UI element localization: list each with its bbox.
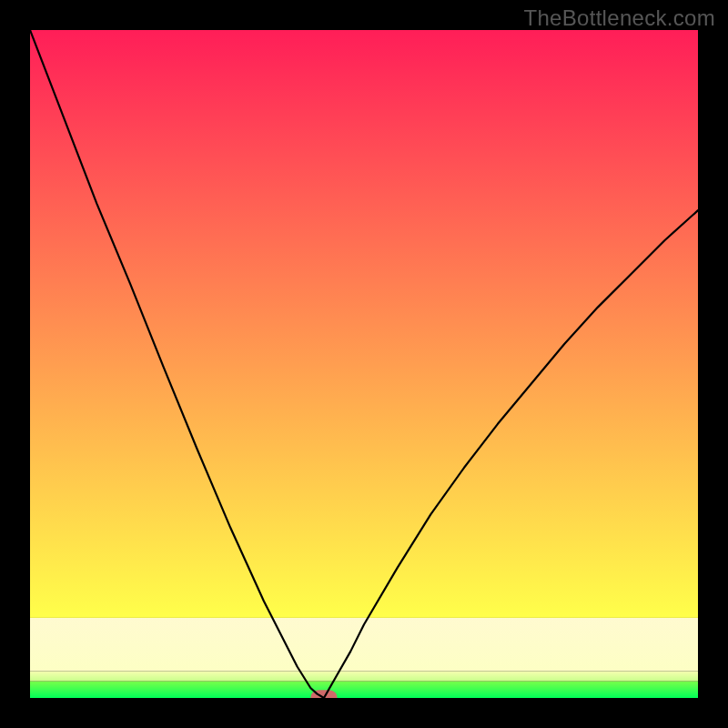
green-band (30, 682, 698, 698)
chart-frame: TheBottleneck.com (0, 0, 728, 728)
chart-svg (30, 30, 698, 698)
watermark-text: TheBottleneck.com (523, 5, 715, 31)
main-gradient (30, 30, 698, 618)
plot-area (30, 30, 698, 698)
pale-band (30, 672, 698, 682)
